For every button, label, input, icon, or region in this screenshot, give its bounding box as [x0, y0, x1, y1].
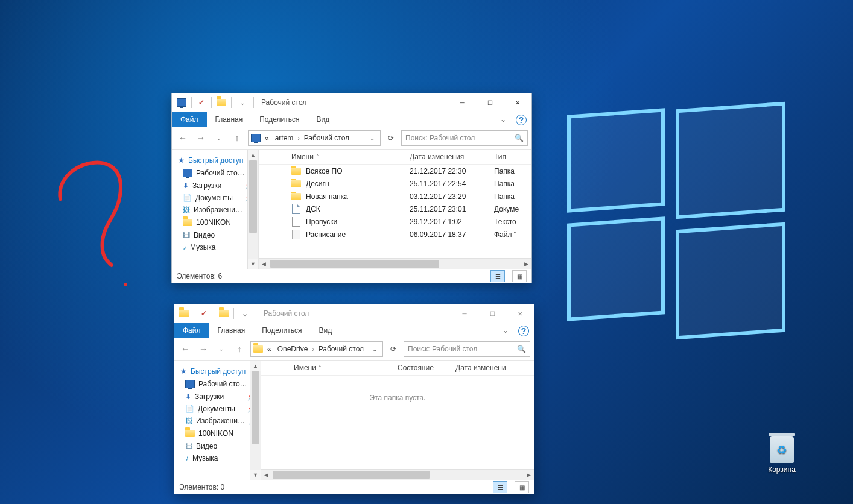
maximize-button[interactable]: ☐: [476, 93, 504, 112]
nav-back-button[interactable]: ←: [178, 342, 192, 356]
chevron-right-icon[interactable]: ›: [312, 346, 314, 353]
sidebar-quick-access[interactable]: ★ Быстрый доступ: [174, 365, 261, 377]
sidebar-item-documents[interactable]: 📄 Документы 📌: [174, 403, 261, 415]
recycle-bin-icon: [770, 436, 794, 463]
breadcrumb-2[interactable]: Рабочий стол: [317, 345, 366, 353]
desktop-wallpaper[interactable]: Корзина ✓ ⌵ Рабочий стол ─ ☐ ✕ Файл Глав…: [0, 0, 853, 504]
sidebar-item-folder[interactable]: 100NIKON: [174, 427, 261, 440]
sidebar-item-music[interactable]: ♪ Музыка: [174, 452, 261, 464]
qat-folder-icon[interactable]: [179, 309, 189, 318]
breadcrumb-1[interactable]: OneDrive: [276, 345, 310, 353]
sidebar-item-downloads[interactable]: ⬇ Загрузки 📌: [172, 180, 258, 192]
help-icon[interactable]: ?: [516, 115, 527, 125]
minimize-button[interactable]: ─: [451, 304, 478, 323]
close-button[interactable]: ✕: [504, 93, 531, 112]
sidebar-item-documents[interactable]: 📄 Документы 📌: [172, 192, 258, 204]
titlebar[interactable]: ✓ ⌵ Рабочий стол ─ ☐ ✕: [174, 304, 534, 323]
view-icons-button[interactable]: ▦: [512, 270, 527, 282]
nav-back-button[interactable]: ←: [176, 131, 190, 145]
refresh-button[interactable]: ⟳: [387, 342, 400, 356]
file-list[interactable]: Имени˄ Дата изменения Тип Всякое ПО21.12…: [258, 150, 531, 269]
help-icon[interactable]: ?: [518, 326, 529, 336]
qat-customize-icon[interactable]: ⌵: [236, 98, 249, 107]
sidebar-item-desktop[interactable]: Рабочий сто… 📌: [174, 377, 261, 391]
ribbon-expand-icon[interactable]: ⌄: [498, 323, 513, 338]
col-date-header[interactable]: Дата изменения: [404, 153, 488, 161]
search-icon[interactable]: 🔍: [517, 345, 526, 353]
col-type-header[interactable]: Тип: [488, 153, 531, 161]
tab-view[interactable]: Вид: [310, 323, 340, 338]
sidebar-item-desktop[interactable]: Рабочий сто… 📌: [172, 166, 258, 180]
search-input[interactable]: Поиск: Рабочий стол 🔍: [401, 130, 528, 146]
view-details-button[interactable]: ☰: [493, 481, 507, 493]
col-state-header[interactable]: Состояние: [392, 364, 449, 372]
qat-properties-icon[interactable]: ✓: [197, 98, 206, 107]
system-menu-icon[interactable]: [177, 98, 186, 107]
col-name-header[interactable]: Имени˄: [288, 364, 392, 372]
maximize-button[interactable]: ☐: [478, 304, 506, 323]
tab-view[interactable]: Вид: [308, 112, 338, 127]
sidebar-item-downloads[interactable]: ⬇ Загрузки 📌: [174, 391, 261, 403]
breadcrumb-2[interactable]: Рабочий стол: [302, 134, 351, 142]
file-row[interactable]: Пропуски29.12.2017 1:02Тексто: [259, 215, 531, 228]
file-row[interactable]: ДСК25.11.2017 23:01Докуме: [259, 203, 531, 215]
minimize-button[interactable]: ─: [448, 93, 476, 112]
search-icon[interactable]: 🔍: [515, 134, 524, 142]
nav-history-button[interactable]: ⌄: [214, 342, 229, 356]
file-row[interactable]: Десигн25.11.2017 22:54Папка: [259, 177, 531, 190]
qat-customize-icon[interactable]: ⌵: [239, 309, 251, 318]
sidebar-label: Быстрый доступ: [188, 156, 243, 165]
tab-share[interactable]: Поделиться: [253, 323, 310, 338]
sidebar-item-pictures[interactable]: 🖼 Изображени… 📌: [174, 415, 261, 427]
breadcrumb-1[interactable]: artem: [273, 134, 296, 142]
view-icons-button[interactable]: ▦: [515, 481, 529, 493]
titlebar[interactable]: ✓ ⌵ Рабочий стол ─ ☐ ✕: [172, 93, 531, 112]
file-row[interactable]: Новая папка03.12.2017 23:29Папка: [259, 190, 531, 203]
address-dropdown[interactable]: ⌄: [369, 342, 380, 356]
breadcrumb-prefix[interactable]: «: [263, 134, 271, 142]
qat-folder-icon[interactable]: [217, 98, 226, 107]
address-bar[interactable]: « OneDrive › Рабочий стол ⌄: [250, 341, 383, 357]
tab-home[interactable]: Главная: [209, 323, 254, 338]
explorer-window-1[interactable]: ✓ ⌵ Рабочий стол ─ ☐ ✕ Файл Главная Поде…: [171, 93, 532, 283]
nav-forward-button[interactable]: →: [194, 131, 208, 145]
qat-properties-icon[interactable]: ✓: [199, 309, 209, 318]
file-row[interactable]: Расписание06.09.2017 18:37Файл ": [259, 228, 531, 241]
view-details-button[interactable]: ☰: [490, 270, 505, 282]
address-dropdown[interactable]: ⌄: [367, 131, 378, 145]
chevron-right-icon[interactable]: ›: [297, 135, 299, 142]
explorer-window-2[interactable]: ✓ ⌵ Рабочий стол ─ ☐ ✕ Файл Главная Поде…: [174, 304, 534, 494]
nav-history-button[interactable]: ⌄: [212, 131, 226, 145]
sidebar-item-videos[interactable]: 🎞 Видео: [172, 229, 258, 241]
search-input[interactable]: Поиск: Рабочий стол 🔍: [404, 341, 530, 357]
ribbon-expand-icon[interactable]: ⌄: [495, 112, 511, 127]
sidebar-item-videos[interactable]: 🎞 Видео: [174, 440, 261, 452]
sidebar-item-folder[interactable]: 100NIKON: [172, 216, 258, 229]
qat-folder-icon-2[interactable]: [219, 309, 229, 318]
tab-share[interactable]: Поделиться: [251, 112, 308, 127]
nav-forward-button[interactable]: →: [196, 342, 211, 356]
tab-home[interactable]: Главная: [207, 112, 252, 127]
recycle-bin[interactable]: Корзина: [759, 436, 805, 474]
filelist-hscrollbar[interactable]: ◀ ▶: [259, 258, 531, 269]
tab-file[interactable]: Файл: [172, 112, 207, 127]
navigation-pane[interactable]: ★ Быстрый доступ Рабочий сто… 📌 ⬇ Загруз…: [174, 361, 261, 480]
address-bar[interactable]: « artem › Рабочий стол ⌄: [248, 130, 381, 146]
file-list[interactable]: Имени˄ Состояние Дата изменени Эта папка…: [261, 361, 534, 480]
refresh-button[interactable]: ⟳: [384, 131, 398, 145]
sidebar-item-music[interactable]: ♪ Музыка: [172, 241, 258, 253]
file-row[interactable]: Всякое ПО21.12.2017 22:30Папка: [259, 165, 531, 177]
sidebar-scrollbar[interactable]: ▲ ▼: [247, 150, 258, 269]
nav-up-button[interactable]: ↑: [232, 342, 247, 356]
nav-up-button[interactable]: ↑: [230, 131, 244, 145]
close-button[interactable]: ✕: [506, 304, 534, 323]
col-name-header[interactable]: Имени˄: [285, 153, 404, 161]
col-date-header[interactable]: Дата изменени: [449, 364, 534, 372]
sidebar-item-pictures[interactable]: 🖼 Изображени… 📌: [172, 204, 258, 216]
filelist-hscrollbar[interactable]: ◀ ▶: [261, 469, 534, 480]
tab-file[interactable]: Файл: [174, 323, 209, 338]
breadcrumb-prefix[interactable]: «: [265, 345, 273, 353]
sidebar-scrollbar[interactable]: ▲ ▼: [250, 361, 261, 480]
navigation-pane[interactable]: ★ Быстрый доступ Рабочий сто… 📌 ⬇ Загруз…: [172, 150, 258, 269]
sidebar-quick-access[interactable]: ★ Быстрый доступ: [172, 154, 258, 166]
